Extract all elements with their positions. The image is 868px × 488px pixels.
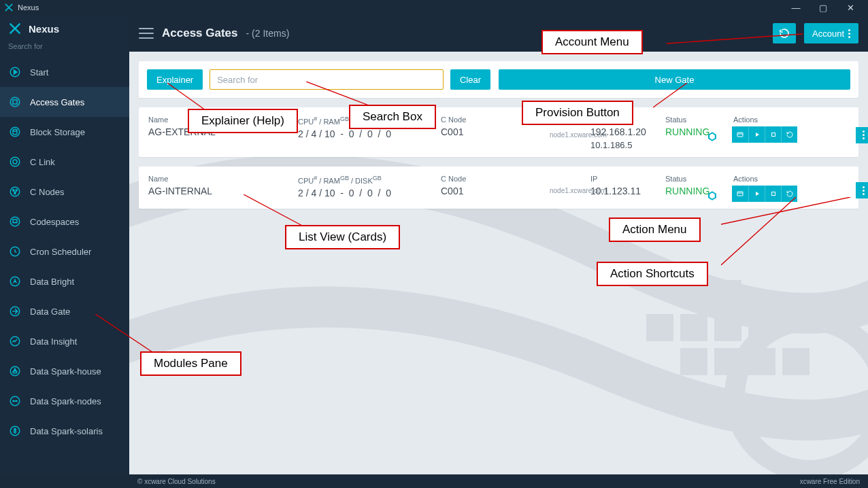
topbar: Access Gates - (2 Items) Account (129, 15, 868, 52)
sidebar-item-label: Data Gate (30, 307, 70, 317)
sidebar-item-label: Access Gates (30, 97, 84, 107)
action-shortcut-1[interactable] (748, 186, 765, 202)
callout-search-box: Search Box (349, 105, 436, 129)
module-icon (8, 364, 22, 378)
sidebar-item-label: Data Spark-house (30, 366, 101, 377)
footer: © xcware Cloud Solutions xcware Free Edi… (0, 474, 868, 488)
gate-specs: 2 / 4 / 10 - 0 / 0 / 0 (298, 188, 441, 198)
sidebar-item-data-spark-nodes[interactable]: Data Spark-nodes (0, 386, 129, 416)
sidebar-item-data-spark-solaris[interactable]: Data Spark-solaris (0, 416, 129, 446)
hex-icon (706, 190, 718, 202)
action-menu-button[interactable] (856, 127, 868, 143)
sidebar-item-data-gate[interactable]: Data Gate (0, 296, 129, 326)
main: Access Gates - (2 Items) Account Explain… (129, 15, 868, 474)
footer-edition: xcware Free Edition (800, 478, 860, 485)
svg-rect-2 (13, 100, 17, 104)
gate-cnode: C001 (441, 186, 550, 196)
callout-modules-pane: Modules Pane (140, 351, 241, 376)
menu-toggle-button[interactable] (139, 28, 154, 39)
callout-provision-button: Provision Button (522, 101, 633, 125)
sidebar-item-label: Block Storage (30, 127, 85, 137)
action-shortcut-3[interactable] (781, 186, 797, 202)
module-icon (8, 424, 22, 438)
gate-specs: 2 / 4 / 10 - 0 / 0 / 0 (298, 128, 441, 139)
module-icon (8, 125, 22, 139)
gate-ip: 10.1.123.11 (590, 186, 665, 196)
module-icon (8, 95, 22, 109)
sidebar: Nexus Search for StartAccess GatesBlock … (0, 15, 129, 474)
action-shortcut-0[interactable] (732, 126, 748, 143)
sidebar-item-cron-scheduler[interactable]: Cron Scheduler (0, 237, 129, 266)
svg-rect-37 (771, 133, 775, 137)
action-shortcuts (732, 186, 797, 202)
svg-rect-36 (737, 133, 743, 137)
col-status: Status (665, 175, 733, 183)
sidebar-item-label: Data Insight (30, 336, 77, 347)
gate-card: NameAG-INTERNALCPU# / RAMGB / DISKGB2 / … (139, 167, 858, 209)
search-input[interactable] (210, 69, 444, 90)
sidebar-item-data-spark-house[interactable]: Data Spark-house (0, 356, 129, 386)
action-shortcut-2[interactable] (765, 126, 781, 143)
kebab-icon (848, 29, 850, 38)
sidebar-item-label: Data Bright (30, 277, 74, 287)
footer-copyright: © xcware Cloud Solutions (137, 478, 216, 485)
sidebar-item-c-link[interactable]: C Link (0, 147, 129, 177)
module-icon (8, 394, 22, 408)
window-maximize-button[interactable]: ▢ (809, 0, 837, 15)
callout-action-menu: Action Menu (609, 217, 701, 242)
col-ip: IP (590, 175, 665, 183)
gate-ip: 192.168.1.20 (590, 126, 665, 137)
module-icon (8, 334, 22, 348)
gate-host: node1.xcware.com (550, 187, 590, 194)
sidebar-item-codespaces[interactable]: Codespaces (0, 207, 129, 237)
action-shortcut-0[interactable] (732, 186, 748, 202)
sidebar-item-access-gates[interactable]: Access Gates (0, 87, 129, 117)
refresh-button[interactable] (773, 23, 796, 43)
sidebar-item-label: C Nodes (30, 187, 65, 197)
new-gate-button[interactable]: New Gate (499, 69, 850, 90)
module-icon (8, 65, 22, 79)
window-minimize-button[interactable]: — (782, 0, 809, 15)
callout-account-menu: Account Menu (541, 30, 643, 54)
col-actions: Actions (733, 116, 856, 124)
col-actions: Actions (733, 175, 856, 183)
svg-point-22 (14, 431, 16, 433)
action-shortcut-2[interactable] (765, 186, 781, 202)
gate-status: RUNNING (665, 186, 733, 196)
os-titlebar: Nexus — ▢ ✕ (0, 0, 868, 15)
window-close-button[interactable]: ✕ (837, 0, 864, 15)
module-icon (8, 245, 22, 258)
page-subtitle: - (2 Items) (246, 28, 290, 39)
gate-host: node1.xcware.com (550, 131, 590, 139)
app-icon (4, 3, 14, 12)
module-icon (8, 185, 22, 198)
sidebar-item-start[interactable]: Start (0, 57, 129, 87)
explainer-button[interactable]: Explainer (147, 69, 203, 90)
svg-point-4 (13, 129, 17, 131)
sidebar-item-label: Codespaces (30, 217, 79, 227)
sidebar-item-block-storage[interactable]: Block Storage (0, 117, 129, 147)
window-title: Nexus (18, 3, 39, 12)
action-shortcut-3[interactable] (781, 126, 797, 143)
sidebar-item-data-insight[interactable]: Data Insight (0, 326, 129, 356)
sidebar-item-c-nodes[interactable]: C Nodes (0, 177, 129, 207)
sidebar-item-label: Cron Scheduler (30, 247, 91, 257)
sidebar-search-hint[interactable]: Search for (0, 39, 129, 57)
sidebar-item-data-bright[interactable]: Data Bright (0, 266, 129, 296)
account-button[interactable]: Account (804, 23, 858, 43)
callout-list-view: List View (Cards) (285, 225, 400, 249)
sidebar-item-label: Data Spark-nodes (30, 396, 101, 406)
sidebar-item-label: C Link (30, 157, 55, 167)
col-specs: CPU# / RAMGB / DISKGB (298, 175, 441, 185)
clear-button[interactable]: Clear (450, 69, 490, 90)
brand-name: Nexus (29, 23, 59, 35)
sidebar-item-label: Data Spark-solaris (30, 426, 103, 436)
brand-icon (8, 22, 22, 35)
nav: StartAccess GatesBlock StorageC LinkC No… (0, 57, 129, 474)
action-shortcut-1[interactable] (748, 126, 765, 143)
action-menu-button[interactable] (856, 182, 868, 198)
toolbar-card: Explainer Clear New Gate (139, 61, 858, 98)
svg-point-1 (10, 97, 20, 107)
brand: Nexus (0, 15, 129, 39)
svg-point-17 (13, 371, 17, 373)
